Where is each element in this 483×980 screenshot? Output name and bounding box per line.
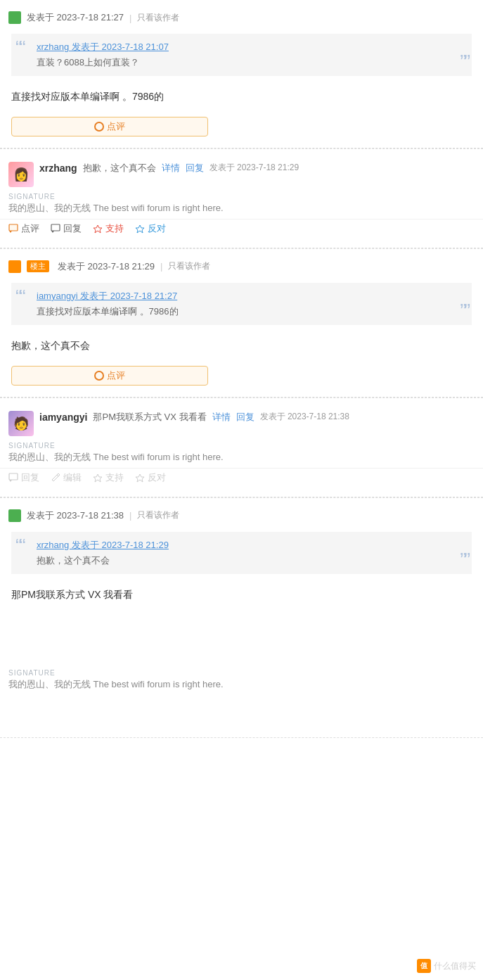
svg-rect-1 xyxy=(51,224,60,231)
post-1: 发表于 2023-7-18 21:27 | 只看该作者 xrzhang 发表于 … xyxy=(0,0,483,148)
post-1-quote: xrzhang 发表于 2023-7-18 21:07 直装？6088上如何直装… xyxy=(11,34,472,76)
comment-icon xyxy=(8,224,18,234)
post-1-comment-bar: 点评 xyxy=(11,117,472,136)
post-5-time: 发表于 2023-7-18 21:38 xyxy=(27,509,124,522)
quote-5-author[interactable]: xrzhang 发表于 2023-7-18 21:29 xyxy=(37,540,169,550)
post-4-reply-text: 那PM我联系方式 VX 我看看 xyxy=(93,411,206,424)
post-3-header: 楼主 发表于 2023-7-18 21:29 | 只看该作者 xyxy=(0,256,483,277)
楼主-badge: 楼主 xyxy=(27,260,49,272)
post-4-reply-link[interactable]: 回复 xyxy=(236,411,255,424)
post-4-time: 发表于 2023-7-18 21:38 xyxy=(260,411,349,423)
action-support-4: 支持 xyxy=(93,471,124,484)
quote-5-content: 抱歉，这个真不会 xyxy=(37,554,462,567)
separator: | xyxy=(129,13,131,23)
quote-author-link[interactable]: xrzhang 发表于 2023-7-18 21:07 xyxy=(37,42,169,52)
post-4-name-row: iamyangyi 那PM我联系方式 VX 我看看 详情 回复 发表于 2023… xyxy=(39,411,475,424)
post-4-sig-label: SIGNATURE xyxy=(0,439,483,450)
only-author-3[interactable]: 只看该作者 xyxy=(168,260,210,272)
post-2-sig-label: SIGNATURE xyxy=(0,190,483,201)
post-3-quote: iamyangyi 发表于 2023-7-18 21:27 直接找对应版本单编译… xyxy=(11,283,472,325)
only-author-link[interactable]: 只看该作者 xyxy=(137,12,179,24)
support-icon xyxy=(93,224,103,234)
post-5-content: 那PM我联系方式 VX 我看看 xyxy=(0,580,483,611)
separator-3: | xyxy=(160,261,162,272)
post-1-header: 发表于 2023-7-18 21:27 | 只看该作者 xyxy=(0,7,483,28)
post-3-time: 发表于 2023-7-18 21:29 xyxy=(58,260,155,273)
post-4: 🧑 iamyangyi 那PM我联系方式 VX 我看看 详情 回复 发表于 20… xyxy=(0,398,483,497)
quote-3-author[interactable]: iamyangyi 发表于 2023-7-18 21:27 xyxy=(37,291,177,301)
svg-marker-6 xyxy=(136,474,144,482)
post-3-content: 抱歉，这个真不会 xyxy=(0,331,483,362)
post-2-user-row: 👩 xrzhang 抱歉，这个真不会 详情 回复 发表于 2023-7-18 2… xyxy=(0,156,483,190)
support-icon-4 xyxy=(93,473,103,483)
post-2-action-bar: 点评 回复 支持 反对 xyxy=(0,219,483,241)
svg-marker-3 xyxy=(136,225,144,233)
post-1-time: 发表于 2023-7-18 21:27 xyxy=(27,11,124,24)
post-4-sig-text: 我的恩山、我的无线 The best wifi forum is right h… xyxy=(0,450,483,468)
quote-3-content: 直接找对应版本单编译啊 。7986的 xyxy=(37,305,462,318)
action-oppose-4: 反对 xyxy=(135,471,166,484)
post-3: 楼主 发表于 2023-7-18 21:29 | 只看该作者 iamyangyi… xyxy=(0,249,483,397)
only-author-5[interactable]: 只看该作者 xyxy=(137,509,179,521)
reply-icon-4 xyxy=(8,473,18,483)
post-5-sig-label: SIGNATURE xyxy=(0,666,483,677)
quote-content: 直装？6088上如何直装？ xyxy=(37,56,462,69)
post-2-reply-text: 抱歉，这个真不会 xyxy=(83,162,156,174)
post-1-comment-btn[interactable]: 点评 xyxy=(11,117,208,136)
edit-icon xyxy=(51,473,60,483)
circle-icon-3 xyxy=(94,371,104,381)
svg-marker-2 xyxy=(94,225,102,233)
post-2-reply-link[interactable]: 回复 xyxy=(186,162,204,174)
post-3-comment-btn[interactable]: 点评 xyxy=(11,366,208,386)
circle-icon xyxy=(94,122,104,132)
post-4-detail-link[interactable]: 详情 xyxy=(212,411,231,424)
orange-icon xyxy=(8,260,21,273)
username-xrzhang: xrzhang xyxy=(39,163,77,174)
post-2-detail-link[interactable]: 详情 xyxy=(162,162,180,174)
oppose-icon xyxy=(135,224,145,234)
post-5-quote: xrzhang 发表于 2023-7-18 21:29 抱歉，这个真不会 xyxy=(11,532,472,574)
action-reply-4: 回复 xyxy=(8,471,39,484)
action-support[interactable]: 支持 xyxy=(93,222,124,235)
post-2: 👩 xrzhang 抱歉，这个真不会 详情 回复 发表于 2023-7-18 2… xyxy=(0,149,483,248)
green-icon xyxy=(8,11,21,24)
post-4-action-bar: 回复 编辑 支持 反对 xyxy=(0,468,483,490)
svg-marker-5 xyxy=(94,474,102,482)
action-oppose[interactable]: 反对 xyxy=(135,222,166,235)
post-2-user-info: xrzhang 抱歉，这个真不会 详情 回复 发表于 2023-7-18 21:… xyxy=(39,162,475,174)
username-iamyangyi: iamyangyi xyxy=(39,412,87,423)
avatar-iamyangyi: 🧑 xyxy=(8,411,34,436)
separator-5: | xyxy=(129,510,131,521)
avatar-xrzhang: 👩 xyxy=(8,162,34,187)
post-2-time: 发表于 2023-7-18 21:29 xyxy=(210,162,299,174)
post-3-comment-bar: 点评 xyxy=(11,366,472,386)
action-reply[interactable]: 回复 xyxy=(51,222,82,235)
post-4-user-info: iamyangyi 那PM我联系方式 VX 我看看 详情 回复 发表于 2023… xyxy=(39,411,475,424)
post-5-header: 发表于 2023-7-18 21:38 | 只看该作者 xyxy=(0,505,483,526)
oppose-icon-4 xyxy=(135,473,145,483)
post-5-sig-text: 我的恩山、我的无线 The best wifi forum is right h… xyxy=(0,677,483,695)
action-comment[interactable]: 点评 xyxy=(8,222,39,235)
reply-icon xyxy=(51,224,60,234)
post-2-sig-text: 我的恩山、我的无线 The best wifi forum is right h… xyxy=(0,201,483,219)
post-1-content: 直接找对应版本单编译啊 。7986的 xyxy=(0,82,483,113)
post-5: 发表于 2023-7-18 21:38 | 只看该作者 xrzhang 发表于 … xyxy=(0,498,483,739)
green-icon-5 xyxy=(8,509,21,522)
post-2-name-row: xrzhang 抱歉，这个真不会 详情 回复 发表于 2023-7-18 21:… xyxy=(39,162,475,174)
svg-rect-4 xyxy=(9,473,18,480)
post-4-user-row: 🧑 iamyangyi 那PM我联系方式 VX 我看看 详情 回复 发表于 20… xyxy=(0,405,483,439)
action-edit-4: 编辑 xyxy=(51,471,82,484)
svg-rect-0 xyxy=(9,224,18,231)
